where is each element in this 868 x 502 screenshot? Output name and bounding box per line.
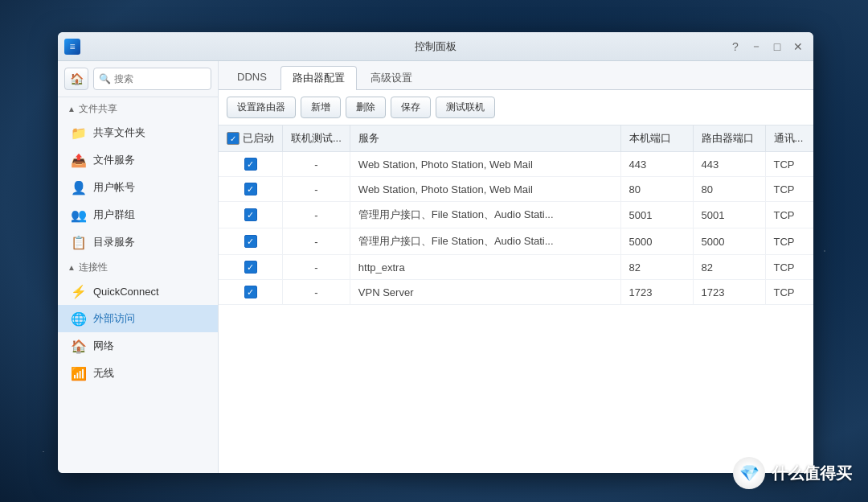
cell-protocol-1: TCP [765, 177, 813, 202]
sidebar-item-label: 无线 [93, 366, 114, 381]
sidebar-item-label: 文件服务 [93, 153, 135, 167]
cell-protocol-0: TCP [765, 152, 813, 177]
sidebar-item-user-group[interactable]: 👥 用户群组 [58, 201, 218, 228]
sidebar-item-label: QuickConnect [93, 286, 159, 298]
sidebar-item-wireless[interactable]: 📶 无线 [58, 360, 218, 387]
checkbox-1[interactable]: ✓ [244, 183, 257, 195]
cell-enabled-0[interactable]: ✓ [219, 152, 283, 177]
cell-local-port-2: 5001 [620, 202, 693, 228]
table-row: ✓ - 管理用户接口、File Station、Audio Stati... 5… [219, 202, 813, 228]
cell-test-5: - [283, 280, 350, 305]
sidebar-item-shared-folder[interactable]: 📁 共享文件夹 [58, 119, 218, 146]
cell-enabled-3[interactable]: ✓ [219, 228, 283, 255]
content-panel: DDNS 路由器配置 高级设置 设置路由器 新增 删除 保存 测试联机 [219, 61, 813, 473]
window-title: 控制面板 [415, 39, 457, 54]
col-header-enabled: ✓ 已启动 [219, 126, 283, 152]
chevron-icon: ▲ [68, 105, 76, 113]
cell-protocol-5: TCP [765, 280, 813, 305]
section-file-sharing: ▲ 文件共享 [58, 97, 218, 119]
cell-router-port-2: 5001 [693, 202, 765, 228]
cell-service-1: Web Station, Photo Station, Web Mail [350, 177, 620, 202]
col-header-service: 服务 [350, 126, 620, 152]
add-button[interactable]: 新增 [301, 97, 341, 118]
badge-text: 什么值得买 [772, 463, 852, 484]
cell-router-port-1: 80 [693, 177, 765, 202]
cell-enabled-4[interactable]: ✓ [219, 255, 283, 280]
cell-router-port-3: 5000 [693, 228, 765, 255]
table-row: ✓ - Web Station, Photo Station, Web Mail… [219, 177, 813, 202]
external-icon: 🌐 [71, 311, 87, 327]
cell-local-port-3: 5000 [620, 228, 693, 255]
header-checkbox[interactable]: ✓ [227, 132, 240, 145]
sidebar-item-file-service[interactable]: 📤 文件服务 [58, 146, 218, 174]
cell-enabled-5[interactable]: ✓ [219, 280, 283, 305]
sidebar-item-external-access[interactable]: 🌐 外部访问 [58, 305, 218, 332]
section-label: 连接性 [79, 261, 108, 274]
quickconnect-icon: ⚡ [71, 283, 87, 299]
sidebar-top: 🏠 🔍 [58, 61, 218, 97]
home-button[interactable]: 🏠 [64, 68, 88, 90]
col-header-router-port: 路由器端口 [693, 126, 765, 152]
checkbox-4[interactable]: ✓ [244, 261, 257, 274]
cell-enabled-1[interactable]: ✓ [219, 177, 283, 202]
sidebar: 🏠 🔍 ▲ 文件共享 📁 共享文件夹 📤 文件服务 👤 [58, 61, 219, 473]
cell-local-port-4: 82 [620, 255, 693, 280]
checkbox-2[interactable]: ✓ [244, 208, 257, 221]
sidebar-item-quickconnect[interactable]: ⚡ QuickConnect [58, 278, 218, 305]
cell-enabled-2[interactable]: ✓ [219, 202, 283, 228]
app-icon: ≡ [64, 39, 80, 55]
tab-router-config[interactable]: 路由器配置 [280, 66, 357, 90]
cell-service-4: http_extra [350, 255, 620, 280]
cell-test-0: - [283, 152, 350, 177]
cell-router-port-5: 1723 [693, 280, 765, 305]
checkbox-5[interactable]: ✓ [244, 286, 257, 298]
cell-test-3: - [283, 228, 350, 255]
col-header-local-port: 本机端口 [620, 126, 693, 152]
cell-protocol-3: TCP [765, 228, 813, 255]
cell-service-2: 管理用户接口、File Station、Audio Stati... [350, 202, 620, 228]
cell-service-3: 管理用户接口、File Station、Audio Stati... [350, 228, 620, 255]
chevron-icon: ▲ [68, 263, 76, 272]
col-header-protocol: 通讯... [765, 126, 813, 152]
user-icon: 👤 [71, 179, 87, 195]
tab-advanced[interactable]: 高级设置 [358, 66, 424, 89]
sidebar-item-directory-service[interactable]: 📋 目录服务 [58, 228, 218, 256]
file-service-icon: 📤 [71, 152, 87, 168]
network-icon: 🏠 [71, 338, 87, 354]
wifi-icon: 📶 [71, 365, 87, 381]
sidebar-item-user-account[interactable]: 👤 用户帐号 [58, 174, 218, 201]
group-icon: 👥 [71, 207, 87, 223]
sidebar-item-label: 用户群组 [93, 208, 135, 222]
titlebar: ≡ 控制面板 ? － □ ✕ [58, 32, 813, 61]
cell-test-2: - [283, 202, 350, 228]
checkbox-3[interactable]: ✓ [244, 235, 257, 248]
bottom-badge: 💎 什么值得买 [733, 457, 852, 489]
toolbar: 设置路由器 新增 删除 保存 测试联机 [219, 90, 813, 126]
cell-test-4: - [283, 255, 350, 280]
port-forwarding-table: ✓ 已启动 联机测试... 服务 本机端口 路由器端口 通讯... [219, 126, 813, 473]
delete-button[interactable]: 删除 [346, 97, 386, 118]
tab-ddns[interactable]: DDNS [225, 66, 279, 89]
sidebar-item-label: 外部访问 [93, 311, 135, 326]
minimize-button[interactable]: － [747, 38, 765, 56]
cell-protocol-4: TCP [765, 255, 813, 280]
window-controls: ? － □ ✕ [727, 38, 807, 56]
maximize-button[interactable]: □ [768, 38, 786, 56]
search-input[interactable] [114, 73, 206, 84]
search-box[interactable]: 🔍 [93, 68, 211, 90]
test-connection-button[interactable]: 测试联机 [436, 97, 495, 118]
cell-service-0: Web Station, Photo Station, Web Mail [350, 152, 620, 177]
checkbox-0[interactable]: ✓ [244, 158, 257, 171]
table-row: ✓ - Web Station, Photo Station, Web Mail… [219, 152, 813, 177]
cell-test-1: - [283, 177, 350, 202]
sidebar-item-network[interactable]: 🏠 网络 [58, 332, 218, 360]
close-button[interactable]: ✕ [789, 38, 807, 56]
badge-logo-icon: 💎 [739, 463, 760, 483]
help-button[interactable]: ? [727, 38, 744, 56]
save-button[interactable]: 保存 [391, 97, 431, 118]
badge-logo: 💎 [733, 457, 765, 489]
cell-service-5: VPN Server [350, 280, 620, 305]
table-header-row: ✓ 已启动 联机测试... 服务 本机端口 路由器端口 通讯... [219, 126, 813, 152]
setup-router-button[interactable]: 设置路由器 [227, 97, 296, 118]
cell-local-port-0: 443 [620, 152, 693, 177]
